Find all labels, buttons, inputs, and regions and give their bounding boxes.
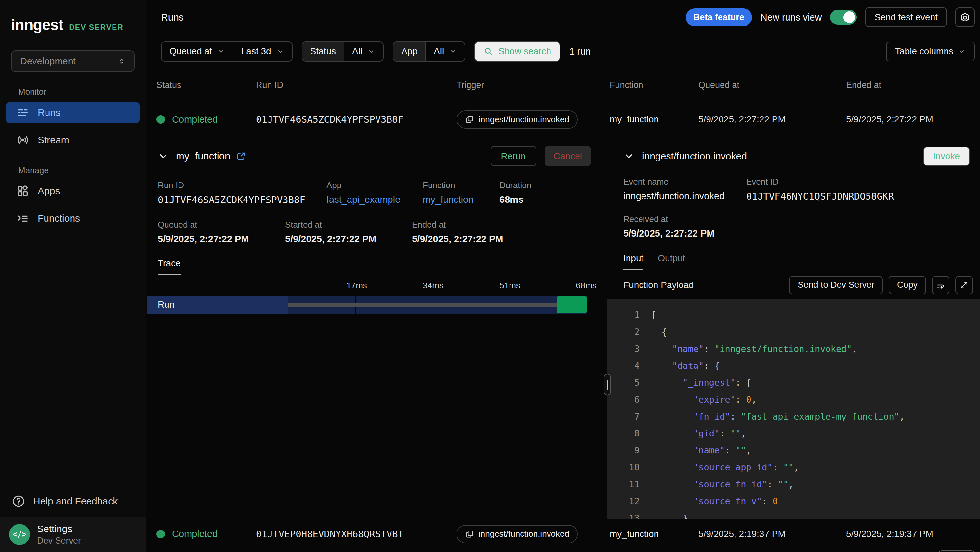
tab-input[interactable]: Input	[623, 253, 643, 270]
panel-resize-handle[interactable]	[604, 373, 611, 396]
table-row[interactable]: Completed 01JTVEP0H8EVDNYXH68QRSTVBT inn…	[146, 519, 980, 549]
field-label: Queued at	[158, 220, 285, 230]
time-field-value: Queued at	[169, 46, 212, 57]
sidebar-item-label: Apps	[38, 185, 60, 196]
queued-at-cell: 5/9/2025, 2:27:22 PM	[698, 114, 846, 124]
app-filter-label: App	[393, 42, 425, 61]
settings-text: Settings Dev Server	[37, 523, 81, 546]
queued-at-field: Queued at 5/9/2025, 2:27:22 PM	[158, 220, 285, 244]
table-columns-button[interactable]: Table columns	[886, 41, 975, 61]
field-value: 68ms	[500, 194, 531, 205]
invoke-button[interactable]: Invoke	[923, 147, 970, 166]
code-block[interactable]: 1[2 {3 "name": "inngest/function.invoked…	[607, 300, 980, 519]
code-line: 5 "_inngest": {	[607, 374, 980, 391]
trace-tabs: Trace	[146, 258, 607, 275]
run-id-cell: 01JTVF46SA5ZCDK4YPFSPV3B8F	[256, 114, 457, 125]
functions-icon	[16, 212, 29, 225]
sidebar-nav-manage: Apps Functions	[0, 180, 146, 229]
sidebar-item-stream[interactable]: Stream	[6, 129, 140, 150]
word-wrap-button[interactable]	[932, 276, 950, 294]
sidebar-item-label: Runs	[38, 107, 60, 118]
status-dot-icon	[156, 115, 165, 124]
payload-actions: Send to Dev Server Copy	[789, 276, 973, 294]
chevron-up-down-icon	[118, 57, 126, 65]
axis-tick-label: 68ms	[576, 281, 597, 290]
event-panel: inngest/function.invoked Invoke Event na…	[607, 137, 980, 519]
function-link[interactable]: my_function	[423, 194, 500, 205]
collapse-chevron-icon[interactable]	[158, 151, 169, 162]
time-range-select[interactable]: Last 3d	[234, 42, 292, 61]
field-value: 01JTVF46NYC1QSFJDNRDQ58GKR	[746, 191, 894, 202]
top-bar: Runs Beta feature New runs view Send tes…	[146, 0, 980, 35]
event-panel-header: inngest/function.invoked Invoke	[607, 137, 980, 166]
status-cell: Completed	[156, 114, 256, 125]
time-filter: Queued at Last 3d	[161, 41, 293, 62]
table-row[interactable]: Completed 01JTVF46SA5ZCDK4YPFSPV3B8F inn…	[146, 102, 980, 137]
cutoff-button[interactable]	[937, 550, 975, 552]
app-filter-select[interactable]: All	[426, 42, 465, 61]
trace-run-row[interactable]: Run	[147, 295, 587, 314]
expand-button[interactable]	[955, 276, 973, 294]
environment-select[interactable]: Development	[11, 51, 135, 72]
line-number: 8	[607, 425, 640, 442]
field-value: 5/9/2025, 2:27:22 PM	[412, 234, 503, 244]
field-value: inngest/function.invoked	[623, 191, 746, 201]
settings-gear-button[interactable]	[955, 8, 975, 27]
field-label: Duration	[500, 180, 531, 190]
field-label: Event name	[623, 177, 746, 187]
sidebar-item-label: Stream	[38, 134, 69, 145]
chevron-down-icon	[368, 48, 375, 55]
ended-at-cell: 5/9/2025, 2:27:22 PM	[846, 114, 980, 124]
trace-run-track	[288, 295, 587, 314]
run-actions: Rerun Cancel	[491, 146, 591, 166]
code-text: "expire": 0,	[651, 391, 757, 408]
send-test-event-button[interactable]: Send test event	[865, 8, 947, 27]
logo: inngest DEV SERVER	[0, 0, 146, 34]
run-detail-header: my_function Rerun Cancel	[146, 137, 607, 166]
sidebar-item-functions[interactable]: Functions	[6, 208, 140, 229]
rerun-button[interactable]: Rerun	[491, 146, 536, 166]
collapse-chevron-icon[interactable]	[623, 151, 634, 162]
send-to-dev-server-button[interactable]: Send to Dev Server	[789, 276, 883, 294]
new-runs-view-toggle[interactable]	[830, 10, 857, 25]
gear-icon	[959, 12, 970, 23]
sidebar-item-runs[interactable]: Runs	[6, 102, 140, 123]
status-filter-select[interactable]: All	[344, 42, 383, 61]
trigger-pill[interactable]: inngest/function.invoked	[457, 110, 578, 129]
event-title: inngest/function.invoked	[642, 151, 747, 162]
time-field-select[interactable]: Queued at	[162, 42, 233, 61]
tab-trace[interactable]: Trace	[158, 258, 181, 275]
line-number: 12	[607, 493, 640, 510]
trace-waiting-span	[288, 303, 557, 306]
app-link[interactable]: fast_api_example	[326, 194, 423, 205]
received-at-field: Received at 5/9/2025, 2:27:22 PM	[607, 214, 980, 239]
new-runs-view-label: New runs view	[760, 12, 822, 23]
axis-tick-label: 17ms	[346, 281, 367, 290]
column-header-ended-at: Ended at	[846, 80, 980, 90]
grip-line	[607, 380, 608, 389]
app-window: inngest DEV SERVER Development Monitor R…	[0, 0, 980, 552]
cancel-button[interactable]: Cancel	[545, 146, 591, 166]
copy-button[interactable]: Copy	[889, 276, 926, 294]
function-payload-toolbar: Function Payload Send to Dev Server Copy	[607, 270, 980, 300]
code-text: [	[651, 306, 656, 324]
tab-output[interactable]: Output	[658, 253, 685, 270]
sidebar-section-manage: Manage	[18, 165, 146, 175]
filter-bar: Queued at Last 3d Status All App	[146, 35, 980, 69]
show-search-button[interactable]: Show search	[474, 41, 560, 62]
external-link-icon[interactable]	[236, 152, 246, 161]
status-dot-icon	[156, 530, 165, 538]
code-line: 11 "source_fn_id": "",	[607, 476, 980, 493]
sidebar-item-apps[interactable]: Apps	[6, 180, 140, 201]
code-line: 9 "name": "",	[607, 442, 980, 459]
code-text: "name": "inngest/function.invoked",	[651, 340, 857, 357]
help-and-feedback[interactable]: Help and Feedback	[0, 486, 146, 517]
code-line: 2 {	[607, 324, 980, 340]
run-function-name: my_function	[176, 150, 230, 162]
event-copy-icon	[465, 530, 474, 539]
axis-tick-label: 34ms	[423, 281, 444, 290]
status-label: Completed	[172, 528, 218, 539]
trigger-pill[interactable]: inngest/function.invoked	[457, 525, 578, 543]
logo-wordmark: inngest	[11, 16, 63, 34]
settings-entry[interactable]: </> Settings Dev Server	[0, 517, 146, 552]
